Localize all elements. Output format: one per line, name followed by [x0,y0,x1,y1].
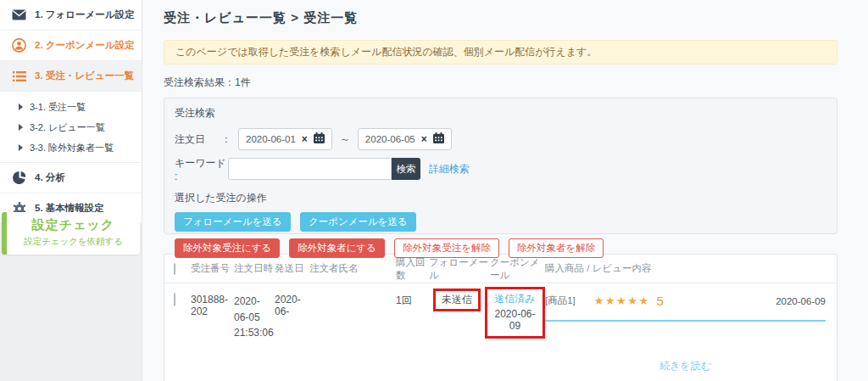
review-divider [545,320,826,322]
settings-check-subtitle: 設定チェックを依頼する [7,236,140,248]
row-select-cell [164,294,191,305]
search-result-count: 受注検索結果：1件 [164,76,837,90]
column-header-order-no: 受注番号 [191,262,234,275]
annotation-box-coupon-mail: 送信済み 2020-06-09 [485,287,545,339]
pie-chart-icon [12,171,26,184]
coupon-mail-date: 2020-06-09 [494,308,536,332]
sidebar: 1. フォローメール設定 2. クーポンメール設定 3. 受注・レビュー一覧 3… [0,0,142,381]
order-datetime-cell: 2020-06-05 21:53:06 [234,294,275,341]
sidebar-subitem-label: 3-1. 受注一覧 [30,101,86,114]
advanced-search-link[interactable]: 詳細検索 [429,162,470,176]
rating-value: 5 [657,294,664,308]
search-button[interactable]: 検索 [392,158,420,180]
exclude-order-button[interactable]: 除外対象受注にする [175,238,280,258]
calendar-icon[interactable] [314,132,325,146]
order-date: 2020-06-05 [234,294,275,325]
order-date-row: 注文日 ： 2020-06-01 × ～ 2020-06-05 × [175,128,826,150]
table-row: 301888-202 2020-06-05 21:53:06 2020-06- … [164,283,837,373]
calendar-icon[interactable] [433,132,444,146]
operations-row-1: フォローメールを送る クーポンメールを送る [175,212,826,232]
order-no-cell: 301888-202 [191,294,234,317]
info-banner: このページでは取得した受注を検索しメール配信状況の確認、個別メール配信が行えます… [164,40,837,64]
order-search-panel: 受注検索 注文日 ： 2020-06-01 × ～ 2020-06-05 × キ… [164,98,837,234]
column-header-ship-date: 発送日 [275,262,309,275]
read-more-wrap: 続きを読む [545,359,826,373]
clear-date-icon[interactable]: × [302,133,308,145]
caret-right-icon [19,104,23,110]
sidebar-subitem-label: 3-2. レビュー一覧 [30,121,105,134]
select-all-cell [164,264,191,274]
date-to-value: 2020-06-05 [365,134,415,144]
date-to-input[interactable]: 2020-06-05 × [358,128,452,150]
orders-table: 受注番号 注文日時 発送日 注文者氏名 購入回数 フォローメール クーポンメール… [164,254,837,381]
list-icon [12,71,26,81]
coupon-mail-status: 送信済み [494,292,536,306]
table-header-row: 受注番号 注文日時 発送日 注文者氏名 購入回数 フォローメール クーポンメール… [164,255,837,283]
follow-mail-cell: 未送信 [429,294,490,311]
product-review-cell: [商品1] ★★★★★ 5 2020-06-09 続きを読む [545,294,837,373]
order-time: 21:53:06 [234,325,275,341]
row-checkbox[interactable] [174,293,175,306]
sidebar-item-label: 3. 受注・レビュー一覧 [35,70,134,82]
envelope-icon [12,9,26,20]
sidebar-menu: 1. フォローメール設定 2. クーポンメール設定 3. 受注・レビュー一覧 3… [0,0,142,224]
search-panel-title: 受注検索 [175,106,826,120]
caret-right-icon [19,124,23,131]
sidebar-item-review-list[interactable]: 3-2. レビュー一覧 [0,117,142,137]
annotation-box-follow-mail: 未送信 [433,289,481,311]
coupon-mail-icon [12,38,26,53]
read-more-link[interactable]: 続きを読む [659,360,711,372]
order-date-colon: ： [221,132,231,147]
settings-check-card[interactable]: 設定チェック 設定チェックを依頼する [2,212,140,255]
column-header-purchase-count: 購入回数 [396,256,429,282]
order-date-label: 注文日 [175,132,221,147]
operations-title: 選択した受注の操作 [175,191,826,205]
send-follow-mail-button[interactable]: フォローメールを送る [175,212,291,232]
sidebar-item-excluded-list[interactable]: 3-3. 除外対象者一覧 [0,137,142,158]
send-coupon-mail-button[interactable]: クーポンメールを送る [300,212,416,232]
main-content: 受注・レビュー一覧 > 受注一覧 このページでは取得した受注を検索しメール配信状… [164,0,837,381]
column-header-order-datetime: 注文日時 [234,262,275,275]
sidebar-item-analysis[interactable]: 4. 分析 [0,163,142,193]
sidebar-item-label: 2. クーポンメール設定 [35,39,135,52]
coupon-mail-cell: 送信済み 2020-06-09 [490,294,545,339]
review-date: 2020-06-09 [776,296,826,306]
keyword-label: キーワード : [175,156,228,182]
column-header-customer-name: 注文者氏名 [309,262,396,275]
column-header-coupon-mail: クーポンメール [490,256,545,282]
sidebar-item-order-list[interactable]: 3-1. 受注一覧 [0,97,142,117]
date-from-value: 2020-06-01 [246,134,296,144]
follow-mail-status: 未送信 [442,294,472,305]
purchase-count-cell: 1回 [396,294,429,308]
keyword-row: キーワード : 検索 詳細検索 [175,158,826,180]
keyword-input[interactable] [228,158,392,180]
sidebar-item-coupon-mail-settings[interactable]: 2. クーポンメール設定 [0,31,142,61]
product-name: [商品1] [545,294,576,307]
date-range-tilde: ～ [340,132,350,147]
clear-date-icon[interactable]: × [421,133,427,145]
sidebar-subitem-label: 3-3. 除外対象者一覧 [30,142,114,154]
caret-right-icon [19,144,23,151]
sidebar-item-follow-mail-settings[interactable]: 1. フォローメール設定 [0,0,142,31]
select-all-checkbox[interactable] [174,263,175,275]
date-from-input[interactable]: 2020-06-01 × [238,128,332,150]
exclude-customer-button[interactable]: 除外対象者にする [289,238,385,258]
column-header-follow-mail: フォローメール [429,256,490,282]
sidebar-item-label: 1. フォローメール設定 [35,8,135,21]
star-rating-icons: ★★★★★ [594,294,650,307]
sidebar-item-label: 4. 分析 [35,171,65,184]
review-summary: [商品1] ★★★★★ 5 2020-06-09 [545,294,826,308]
settings-check-title: 設定チェック [7,217,140,233]
page-title: 受注・レビュー一覧 > 受注一覧 [164,10,837,26]
column-header-product-review: 購入商品 / レビュー内容 [545,262,837,275]
ship-date-cell: 2020-06- [275,294,309,317]
sidebar-item-order-review-list[interactable]: 3. 受注・レビュー一覧 [0,61,142,92]
